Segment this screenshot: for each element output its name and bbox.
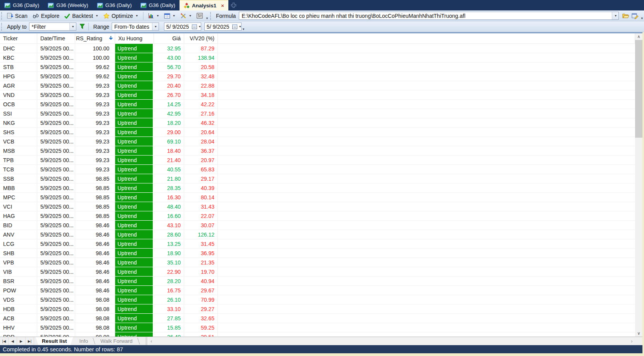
- vertical-scrollbar-thumb[interactable]: [635, 40, 642, 138]
- table-row[interactable]: MPC 5/9/2025 00... 98.85 Uptrend 16.30 8…: [0, 193, 635, 202]
- chart-report-button[interactable]: ▼: [146, 12, 162, 19]
- table-row[interactable]: ACB 5/9/2025 00... 98.08 Uptrend 27.85 3…: [0, 314, 635, 323]
- cell-rs-rating: 98.46: [75, 239, 115, 249]
- cell-xu-huong: Uptrend: [115, 258, 154, 267]
- column-header-xu-huong[interactable]: Xu Huong: [115, 33, 154, 43]
- report-button[interactable]: ▼: [162, 12, 178, 19]
- cell-vv20: 20.58: [184, 62, 218, 72]
- table-row[interactable]: SSI 5/9/2025 00... 99.23 Uptrend 42.95 2…: [0, 109, 635, 118]
- column-header-gia[interactable]: Giá: [154, 33, 184, 43]
- close-tab-icon[interactable]: ×: [221, 3, 224, 9]
- table-row[interactable]: MSB 5/9/2025 00... 99.23 Uptrend 18.40 3…: [0, 146, 635, 156]
- prev-row-button[interactable]: ◀: [9, 337, 17, 345]
- scroll-down-arrow[interactable]: ∨: [635, 330, 642, 337]
- report-dropdown-arrow[interactable]: ▼: [173, 14, 176, 17]
- tab-analysis-active[interactable]: Analysis1×: [180, 0, 228, 10]
- table-row[interactable]: HAG 5/9/2025 00... 98.85 Uptrend 16.60 2…: [0, 211, 635, 221]
- scroll-left-arrow[interactable]: ‹: [148, 337, 155, 345]
- date-to-dropdown-arrow[interactable]: ▼: [238, 25, 242, 28]
- optimize-dropdown-arrow[interactable]: ▼: [135, 14, 138, 17]
- next-row-button[interactable]: ▶: [17, 337, 26, 345]
- column-header-vv20[interactable]: V/V20 (%): [184, 33, 218, 43]
- toolbar-overflow-button[interactable]: ▾: [243, 27, 245, 32]
- tab-chart-window[interactable]: G36 (Daily): [0, 0, 43, 10]
- filter-settings-button[interactable]: [78, 23, 86, 30]
- table-row[interactable]: VND 5/9/2025 00... 99.23 Uptrend 26.70 3…: [0, 90, 635, 100]
- explore-button[interactable]: Explore: [30, 12, 62, 20]
- cell-vv20: 22.07: [184, 211, 218, 221]
- horizontal-scrollbar[interactable]: ‹ ›: [148, 337, 635, 345]
- backtest-dropdown-arrow[interactable]: ▼: [95, 14, 98, 17]
- settings-sliders-button[interactable]: [194, 12, 205, 19]
- table-row[interactable]: DHC 5/9/2025 00... 100.00 Uptrend 32.95 …: [0, 44, 635, 53]
- bottom-tab-result-list[interactable]: Result list: [36, 337, 73, 345]
- open-formula-button[interactable]: [621, 12, 630, 19]
- table-row[interactable]: NKG 5/9/2025 00... 99.23 Uptrend 18.20 4…: [0, 118, 635, 128]
- table-row[interactable]: VCI 5/9/2025 00... 98.85 Uptrend 48.40 3…: [0, 202, 635, 211]
- tab-chart-window[interactable]: G36 (Daily): [136, 0, 180, 10]
- table-row[interactable]: VPB 5/9/2025 00... 98.46 Uptrend 35.10 2…: [0, 258, 635, 267]
- toolbar-grip[interactable]: [1, 23, 3, 31]
- table-row[interactable]: HPG 5/9/2025 00... 99.62 Uptrend 29.70 3…: [0, 72, 635, 81]
- date-from-field[interactable]: 5/ 9/2025 ▼: [164, 22, 201, 31]
- table-row[interactable]: VCB 5/9/2025 00... 99.23 Uptrend 69.10 2…: [0, 137, 635, 146]
- table-row[interactable]: BID 5/9/2025 00... 98.46 Uptrend 43.10 3…: [0, 221, 635, 230]
- date-from-dropdown-arrow[interactable]: ▼: [198, 25, 201, 28]
- chart-dropdown-arrow[interactable]: ▼: [156, 14, 159, 17]
- table-row[interactable]: LCG 5/9/2025 00... 98.46 Uptrend 13.25 3…: [0, 239, 635, 249]
- toolbar-overflow-button[interactable]: ▾: [206, 16, 208, 21]
- tab-chart-window[interactable]: G36 (Weekly): [43, 0, 92, 10]
- vertical-scrollbar[interactable]: ∧ ∨: [635, 33, 642, 337]
- last-row-button[interactable]: ▶|: [26, 337, 34, 345]
- range-dropdown-button[interactable]: ▼: [152, 23, 159, 30]
- tools-button[interactable]: ▼: [178, 12, 194, 20]
- table-row[interactable]: POW 5/9/2025 00... 98.46 Uptrend 16.75 2…: [0, 286, 635, 295]
- table-row[interactable]: TPB 5/9/2025 00... 99.23 Uptrend 21.40 2…: [0, 156, 635, 165]
- column-header-ticker[interactable]: Ticker: [0, 33, 37, 43]
- formula-dropdown-button[interactable]: ▼: [612, 12, 618, 19]
- scan-button[interactable]: Scan: [5, 12, 30, 20]
- table-row[interactable]: VIB 5/9/2025 00... 98.46 Uptrend 22.90 1…: [0, 267, 635, 277]
- backtest-button[interactable]: Backtest ▼: [62, 12, 101, 20]
- bottom-tab-walk-forward[interactable]: Walk Forward: [94, 337, 139, 345]
- bottom-tab-info[interactable]: Info: [73, 337, 95, 345]
- scroll-up-arrow[interactable]: ∧: [635, 33, 642, 40]
- table-row[interactable]: AGR 5/9/2025 00... 99.23 Uptrend 20.40 2…: [0, 81, 635, 90]
- scroll-right-arrow[interactable]: ›: [628, 337, 635, 345]
- optimize-button[interactable]: Optimize ▼: [101, 12, 141, 20]
- table-row[interactable]: SSB 5/9/2025 00... 98.85 Uptrend 21.80 2…: [0, 174, 635, 183]
- table-row[interactable]: OCB 5/9/2025 00... 99.23 Uptrend 14.25 4…: [0, 100, 635, 109]
- toolbar-grip[interactable]: [210, 12, 212, 20]
- table-row[interactable]: VDS 5/9/2025 00... 98.08 Uptrend 26.10 7…: [0, 295, 635, 304]
- table-row[interactable]: ANV 5/9/2025 00... 98.46 Uptrend 28.60 1…: [0, 230, 635, 239]
- table-row[interactable]: BSR 5/9/2025 00... 98.46 Uptrend 28.20 4…: [0, 277, 635, 286]
- table-row[interactable]: SHB 5/9/2025 00... 98.46 Uptrend 18.90 3…: [0, 249, 635, 258]
- tab-chart-window[interactable]: G36 (Daily): [93, 0, 136, 10]
- toolbar-overflow-button[interactable]: ▾: [641, 16, 643, 21]
- formula-path-combobox[interactable]: E:\KhoCodeAFL\Bo loc co phieu manh nhat …: [239, 12, 619, 20]
- cell-filler: [218, 314, 635, 323]
- range-combobox[interactable]: From-To dates ▼: [112, 22, 159, 31]
- apply-to-combobox[interactable]: *Filter ▼: [29, 22, 76, 31]
- cell-gia: 27.85: [154, 314, 184, 323]
- date-to-field[interactable]: 5/ 9/2025 ▼: [204, 22, 242, 31]
- float-pane-button[interactable]: [228, 0, 239, 10]
- column-header-rs-rating[interactable]: RS_Rating: [75, 33, 115, 43]
- cell-rs-rating: 98.08: [75, 295, 115, 304]
- tools-dropdown-arrow[interactable]: ▼: [189, 14, 192, 17]
- edit-formula-button[interactable]: [630, 12, 640, 20]
- table-row[interactable]: HDB 5/9/2025 00... 98.08 Uptrend 33.10 2…: [0, 304, 635, 314]
- table-row[interactable]: KBC 5/9/2025 00... 100.00 Uptrend 43.00 …: [0, 53, 635, 62]
- table-row[interactable]: MBB 5/9/2025 00... 98.85 Uptrend 28.35 4…: [0, 183, 635, 193]
- first-row-button[interactable]: |◀: [0, 337, 9, 345]
- toolbar-grip[interactable]: [1, 12, 3, 20]
- table-row[interactable]: SHS 5/9/2025 00... 99.23 Uptrend 29.00 2…: [0, 128, 635, 137]
- toolbar-separator: [143, 12, 143, 20]
- table-row[interactable]: TCB 5/9/2025 00... 99.23 Uptrend 40.55 6…: [0, 165, 635, 174]
- apply-to-dropdown-button[interactable]: ▼: [69, 23, 76, 30]
- column-header-datetime[interactable]: Date/Time: [37, 33, 75, 43]
- cell-rs-rating: 98.85: [75, 202, 115, 211]
- table-row[interactable]: PDR 5/9/2025 00... 98.08 Uptrend 26.40 2…: [0, 332, 635, 337]
- table-row[interactable]: HHV 5/9/2025 00... 98.08 Uptrend 15.85 5…: [0, 323, 635, 332]
- table-row[interactable]: STB 5/9/2025 00... 99.62 Uptrend 56.70 2…: [0, 62, 635, 72]
